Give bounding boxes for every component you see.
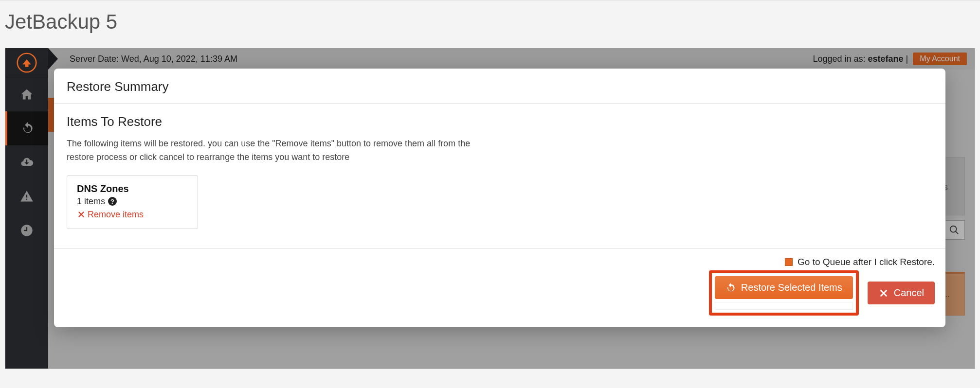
items-to-restore-description: The following items will be restored. yo… <box>67 137 495 164</box>
page-title: JetBackup 5 <box>5 10 975 34</box>
close-icon <box>878 288 889 299</box>
jetbackup-logo-icon <box>17 53 37 73</box>
home-icon <box>20 88 34 101</box>
restore-item-card: DNS Zones 1 items ? Remove items <box>67 175 198 229</box>
cloud-download-icon <box>20 156 34 169</box>
cancel-button[interactable]: Cancel <box>868 282 935 304</box>
sidebar-item-schedule[interactable] <box>5 213 48 247</box>
warning-icon <box>20 190 34 203</box>
restore-summary-modal: Restore Summary Items To Restore The fol… <box>54 69 945 327</box>
items-to-restore-heading: Items To Restore <box>67 114 933 129</box>
modal-body: Items To Restore The following items wil… <box>54 104 945 248</box>
close-icon <box>77 210 86 219</box>
restore-item-title: DNS Zones <box>77 183 188 194</box>
modal-title: Restore Summary <box>67 79 933 94</box>
restore-item-count: 1 items ? <box>77 196 188 207</box>
sync-icon <box>726 282 736 293</box>
queue-checkbox-row[interactable]: Go to Queue after I click Restore. <box>65 257 935 267</box>
modal-action-row: Restore Selected Items Cancel <box>65 270 935 316</box>
remove-items-link[interactable]: Remove items <box>77 210 144 220</box>
queue-checkbox-label: Go to Queue after I click Restore. <box>798 257 935 267</box>
highlight-annotation: Restore Selected Items <box>709 270 859 316</box>
app-logo[interactable] <box>5 48 48 77</box>
highlight-underline <box>715 302 853 310</box>
help-icon[interactable]: ? <box>108 197 117 206</box>
app-container: Server Date: Wed, Aug 10, 2022, 11:39 AM… <box>5 48 975 369</box>
sidebar-item-restore[interactable] <box>5 111 48 145</box>
queue-checkbox[interactable] <box>785 258 793 266</box>
sidebar-item-download[interactable] <box>5 145 48 179</box>
clock-icon <box>20 224 34 237</box>
modal-header: Restore Summary <box>54 69 945 104</box>
page-title-bar: JetBackup 5 <box>0 0 980 48</box>
sync-icon <box>21 122 35 135</box>
sidebar <box>5 48 48 369</box>
sidebar-item-alerts[interactable] <box>5 179 48 213</box>
sidebar-item-home[interactable] <box>5 77 48 111</box>
restore-selected-items-button[interactable]: Restore Selected Items <box>715 276 853 299</box>
modal-footer: Go to Queue after I click Restore. Resto… <box>54 248 945 327</box>
